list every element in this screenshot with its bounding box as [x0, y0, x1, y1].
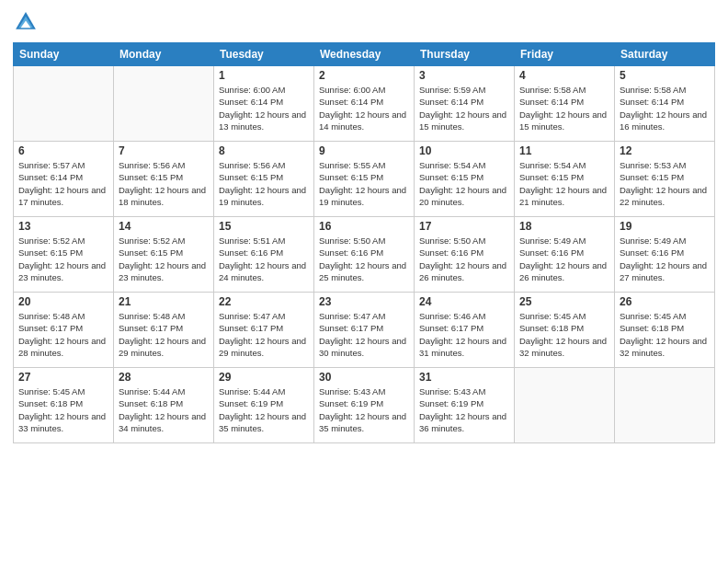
day-info: Sunrise: 5:57 AM Sunset: 6:14 PM Dayligh…: [18, 159, 108, 208]
day-number: 27: [18, 371, 108, 384]
calendar-cell: 12Sunrise: 5:53 AM Sunset: 6:15 PM Dayli…: [615, 142, 715, 217]
calendar-cell: 6Sunrise: 5:57 AM Sunset: 6:14 PM Daylig…: [14, 142, 114, 217]
calendar-cell: [615, 368, 715, 443]
calendar-cell: 10Sunrise: 5:54 AM Sunset: 6:15 PM Dayli…: [415, 142, 515, 217]
calendar-cell: 13Sunrise: 5:52 AM Sunset: 6:15 PM Dayli…: [14, 217, 114, 293]
weekday-header-monday: Monday: [114, 43, 214, 66]
calendar-cell: 29Sunrise: 5:44 AM Sunset: 6:19 PM Dayli…: [214, 368, 314, 443]
calendar-week-row: 20Sunrise: 5:48 AM Sunset: 6:17 PM Dayli…: [14, 293, 715, 368]
day-number: 24: [419, 295, 509, 308]
weekday-header-thursday: Thursday: [415, 43, 515, 66]
weekday-header-wednesday: Wednesday: [314, 43, 415, 66]
calendar-cell: 25Sunrise: 5:45 AM Sunset: 6:18 PM Dayli…: [515, 293, 615, 368]
calendar-cell: 16Sunrise: 5:50 AM Sunset: 6:16 PM Dayli…: [314, 217, 415, 293]
calendar-cell: 2Sunrise: 6:00 AM Sunset: 6:14 PM Daylig…: [314, 66, 415, 142]
calendar-week-row: 13Sunrise: 5:52 AM Sunset: 6:15 PM Dayli…: [14, 217, 715, 293]
calendar-cell: 31Sunrise: 5:43 AM Sunset: 6:19 PM Dayli…: [415, 368, 515, 443]
calendar-cell: 11Sunrise: 5:54 AM Sunset: 6:15 PM Dayli…: [515, 142, 615, 217]
day-number: 23: [319, 295, 409, 308]
day-info: Sunrise: 5:45 AM Sunset: 6:18 PM Dayligh…: [620, 310, 710, 359]
day-info: Sunrise: 5:43 AM Sunset: 6:19 PM Dayligh…: [319, 385, 409, 434]
calendar-cell: 22Sunrise: 5:47 AM Sunset: 6:17 PM Dayli…: [214, 293, 314, 368]
calendar-cell: 5Sunrise: 5:58 AM Sunset: 6:14 PM Daylig…: [615, 66, 715, 142]
day-number: 15: [219, 220, 309, 233]
weekday-header-row: SundayMondayTuesdayWednesdayThursdayFrid…: [14, 43, 715, 66]
day-number: 31: [419, 371, 509, 384]
calendar-cell: 3Sunrise: 5:59 AM Sunset: 6:14 PM Daylig…: [415, 66, 515, 142]
day-info: Sunrise: 5:46 AM Sunset: 6:17 PM Dayligh…: [419, 310, 509, 359]
calendar-cell: 14Sunrise: 5:52 AM Sunset: 6:15 PM Dayli…: [114, 217, 214, 293]
page: SundayMondayTuesdayWednesdayThursdayFrid…: [0, 0, 728, 563]
header: [13, 9, 715, 35]
day-number: 19: [620, 220, 710, 233]
logo: [13, 9, 42, 35]
weekday-header-tuesday: Tuesday: [214, 43, 314, 66]
calendar-cell: 20Sunrise: 5:48 AM Sunset: 6:17 PM Dayli…: [14, 293, 114, 368]
day-number: 7: [119, 144, 209, 157]
day-info: Sunrise: 5:50 AM Sunset: 6:16 PM Dayligh…: [319, 235, 409, 283]
day-info: Sunrise: 5:53 AM Sunset: 6:15 PM Dayligh…: [620, 159, 710, 208]
day-info: Sunrise: 5:52 AM Sunset: 6:15 PM Dayligh…: [119, 235, 209, 283]
calendar-cell: 15Sunrise: 5:51 AM Sunset: 6:16 PM Dayli…: [214, 217, 314, 293]
day-number: 3: [419, 69, 509, 82]
calendar-cell: [14, 66, 114, 142]
day-number: 18: [519, 220, 609, 233]
calendar-cell: 8Sunrise: 5:56 AM Sunset: 6:15 PM Daylig…: [214, 142, 314, 217]
day-number: 14: [119, 220, 209, 233]
calendar-cell: 23Sunrise: 5:47 AM Sunset: 6:17 PM Dayli…: [314, 293, 415, 368]
day-number: 13: [18, 220, 108, 233]
weekday-header-saturday: Saturday: [615, 43, 715, 66]
calendar-cell: 19Sunrise: 5:49 AM Sunset: 6:16 PM Dayli…: [615, 217, 715, 293]
day-number: 21: [119, 295, 209, 308]
weekday-header-sunday: Sunday: [14, 43, 114, 66]
calendar-cell: 9Sunrise: 5:55 AM Sunset: 6:15 PM Daylig…: [314, 142, 415, 217]
day-info: Sunrise: 5:52 AM Sunset: 6:15 PM Dayligh…: [18, 235, 108, 283]
day-info: Sunrise: 5:54 AM Sunset: 6:15 PM Dayligh…: [519, 159, 609, 208]
day-number: 8: [219, 144, 309, 157]
day-number: 20: [18, 295, 108, 308]
day-info: Sunrise: 5:58 AM Sunset: 6:14 PM Dayligh…: [620, 84, 710, 132]
calendar-cell: 4Sunrise: 5:58 AM Sunset: 6:14 PM Daylig…: [515, 66, 615, 142]
day-info: Sunrise: 5:44 AM Sunset: 6:18 PM Dayligh…: [119, 385, 209, 434]
day-number: 1: [219, 69, 309, 82]
calendar-week-row: 27Sunrise: 5:45 AM Sunset: 6:18 PM Dayli…: [14, 368, 715, 443]
calendar-cell: [114, 66, 214, 142]
day-number: 2: [319, 69, 409, 82]
calendar-cell: 17Sunrise: 5:50 AM Sunset: 6:16 PM Dayli…: [415, 217, 515, 293]
day-info: Sunrise: 5:55 AM Sunset: 6:15 PM Dayligh…: [319, 159, 409, 208]
day-info: Sunrise: 5:54 AM Sunset: 6:15 PM Dayligh…: [419, 159, 509, 208]
calendar-cell: 7Sunrise: 5:56 AM Sunset: 6:15 PM Daylig…: [114, 142, 214, 217]
calendar-cell: 26Sunrise: 5:45 AM Sunset: 6:18 PM Dayli…: [615, 293, 715, 368]
day-number: 12: [620, 144, 710, 157]
day-info: Sunrise: 5:49 AM Sunset: 6:16 PM Dayligh…: [519, 235, 609, 283]
day-number: 22: [219, 295, 309, 308]
calendar-cell: 27Sunrise: 5:45 AM Sunset: 6:18 PM Dayli…: [14, 368, 114, 443]
calendar-cell: 18Sunrise: 5:49 AM Sunset: 6:16 PM Dayli…: [515, 217, 615, 293]
day-number: 16: [319, 220, 409, 233]
day-info: Sunrise: 5:59 AM Sunset: 6:14 PM Dayligh…: [419, 84, 509, 132]
day-info: Sunrise: 5:47 AM Sunset: 6:17 PM Dayligh…: [319, 310, 409, 359]
day-info: Sunrise: 6:00 AM Sunset: 6:14 PM Dayligh…: [219, 84, 309, 132]
day-number: 4: [519, 69, 609, 82]
logo-icon: [13, 9, 39, 35]
day-number: 6: [18, 144, 108, 157]
day-number: 9: [319, 144, 409, 157]
day-info: Sunrise: 5:47 AM Sunset: 6:17 PM Dayligh…: [219, 310, 309, 359]
calendar-cell: 24Sunrise: 5:46 AM Sunset: 6:17 PM Dayli…: [415, 293, 515, 368]
day-number: 28: [119, 371, 209, 384]
calendar-cell: 28Sunrise: 5:44 AM Sunset: 6:18 PM Dayli…: [114, 368, 214, 443]
day-info: Sunrise: 5:45 AM Sunset: 6:18 PM Dayligh…: [18, 385, 108, 434]
day-number: 17: [419, 220, 509, 233]
day-number: 30: [319, 371, 409, 384]
day-info: Sunrise: 5:49 AM Sunset: 6:16 PM Dayligh…: [620, 235, 710, 283]
day-number: 25: [519, 295, 609, 308]
day-info: Sunrise: 5:45 AM Sunset: 6:18 PM Dayligh…: [519, 310, 609, 359]
calendar: SundayMondayTuesdayWednesdayThursdayFrid…: [13, 42, 715, 443]
calendar-week-row: 6Sunrise: 5:57 AM Sunset: 6:14 PM Daylig…: [14, 142, 715, 217]
day-number: 11: [519, 144, 609, 157]
calendar-cell: 21Sunrise: 5:48 AM Sunset: 6:17 PM Dayli…: [114, 293, 214, 368]
day-info: Sunrise: 5:58 AM Sunset: 6:14 PM Dayligh…: [519, 84, 609, 132]
day-info: Sunrise: 5:51 AM Sunset: 6:16 PM Dayligh…: [219, 235, 309, 283]
day-number: 10: [419, 144, 509, 157]
weekday-header-friday: Friday: [515, 43, 615, 66]
